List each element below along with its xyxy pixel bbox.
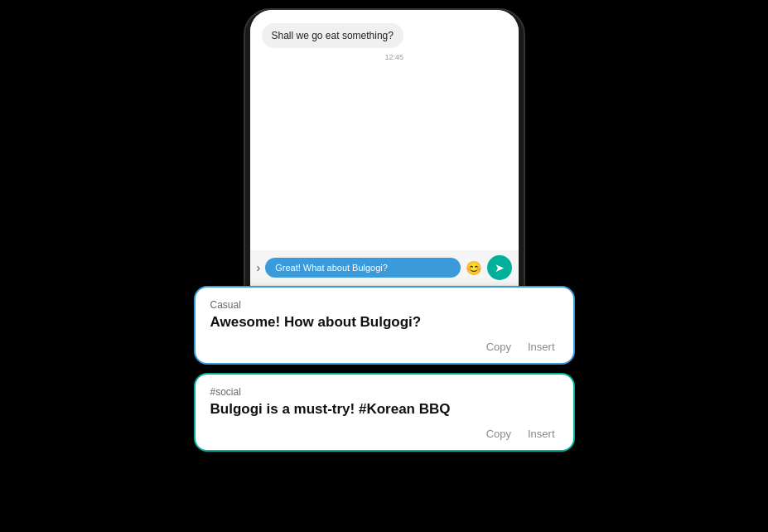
expand-icon[interactable]: › [257,261,261,274]
scene: Shall we go eat something? 12:45 › Great… [0,0,768,532]
message-bubble: Shall we go eat something? 12:45 [262,23,507,61]
text-input-pill[interactable]: Great! What about Bulgogi? [265,258,460,278]
phone-shell: Shall we go eat something? 12:45 › Great… [244,8,525,323]
card-suggestion-text: Awesome! How about Bulgogi? [210,314,558,331]
card-actions: Copy Insert [210,339,558,355]
suggestion-card-casual: Casual Awesome! How about Bulgogi? Copy … [194,286,575,365]
card-category-label: Casual [210,299,558,311]
suggestion-cards-container: Casual Awesome! How about Bulgogi? Copy … [194,286,575,452]
input-area: › Great! What about Bulgogi? 😊 ➤ [250,250,519,285]
message-time: 12:45 [384,53,403,61]
input-text: Great! What about Bulgogi? [275,263,388,273]
insert-button-casual[interactable]: Insert [524,339,558,355]
send-icon: ➤ [495,261,505,274]
suggestion-card-social: #social Bulgogi is a must-try! #Korean B… [194,373,575,452]
emoji-icon[interactable]: 😊 [466,260,482,276]
insert-button-social[interactable]: Insert [524,426,558,442]
message-text: Shall we go eat something? [262,23,403,48]
copy-button-social[interactable]: Copy [483,426,514,442]
copy-button-casual[interactable]: Copy [483,339,514,355]
chat-area: Shall we go eat something? 12:45 [250,10,519,250]
send-button[interactable]: ➤ [487,255,512,280]
card-category-label-social: #social [210,386,558,398]
card-actions-social: Copy Insert [210,426,558,442]
card-suggestion-text-social: Bulgogi is a must-try! #Korean BBQ [210,401,558,418]
phone-screen: Shall we go eat something? 12:45 › Great… [250,10,519,322]
